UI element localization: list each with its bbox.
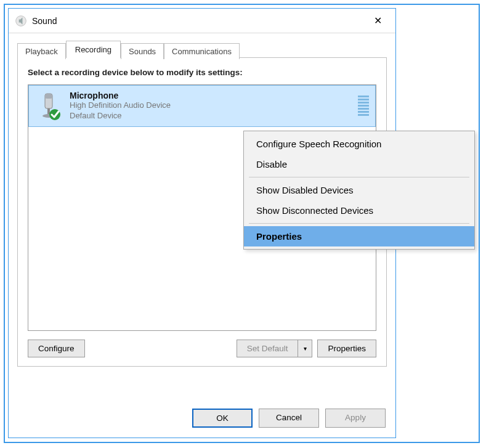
- tabstrip: Playback Recording Sounds Communications: [17, 41, 387, 58]
- tab-sounds[interactable]: Sounds: [121, 43, 164, 59]
- device-item-microphone[interactable]: Microphone High Definition Audio Device …: [28, 85, 376, 127]
- set-default-button[interactable]: Set Default: [237, 340, 298, 357]
- window-title: Sound: [32, 16, 57, 26]
- set-default-dropdown[interactable]: ▾: [298, 340, 312, 357]
- menu-item-show-disconnected[interactable]: Show Disconnected Devices: [244, 200, 474, 221]
- svg-rect-2: [45, 94, 52, 99]
- close-icon: ✕: [374, 16, 382, 26]
- cancel-button[interactable]: Cancel: [259, 409, 319, 428]
- dialog-footer: OK Cancel Apply: [9, 400, 395, 438]
- device-description: High Definition Audio Device: [70, 100, 358, 111]
- context-menu: Configure Speech Recognition Disable Sho…: [243, 131, 475, 250]
- device-status: Default Device: [70, 111, 358, 121]
- tab-recording[interactable]: Recording: [66, 41, 121, 58]
- set-default-split-button: Set Default ▾: [237, 340, 313, 357]
- device-name: Microphone: [70, 91, 358, 100]
- microphone-icon: [34, 91, 63, 121]
- tab-playback[interactable]: Playback: [17, 43, 66, 59]
- level-meter-icon: [358, 96, 369, 116]
- properties-button[interactable]: Properties: [317, 340, 376, 357]
- configure-button[interactable]: Configure: [28, 340, 85, 357]
- tab-communications[interactable]: Communications: [164, 43, 240, 59]
- menu-separator: [249, 223, 469, 224]
- apply-button[interactable]: Apply: [325, 409, 386, 428]
- titlebar: Sound ✕: [9, 9, 395, 33]
- ok-button[interactable]: OK: [192, 409, 253, 428]
- menu-item-disable[interactable]: Disable: [244, 154, 474, 174]
- chevron-down-icon: ▾: [304, 345, 307, 352]
- close-button[interactable]: ✕: [363, 11, 392, 31]
- menu-item-properties[interactable]: Properties: [244, 226, 474, 246]
- instruction-text: Select a recording device below to modif…: [28, 68, 376, 77]
- menu-separator: [249, 177, 469, 177]
- sound-app-icon: [15, 15, 27, 27]
- menu-item-show-disabled[interactable]: Show Disabled Devices: [244, 180, 474, 200]
- menu-item-configure-speech[interactable]: Configure Speech Recognition: [244, 134, 474, 154]
